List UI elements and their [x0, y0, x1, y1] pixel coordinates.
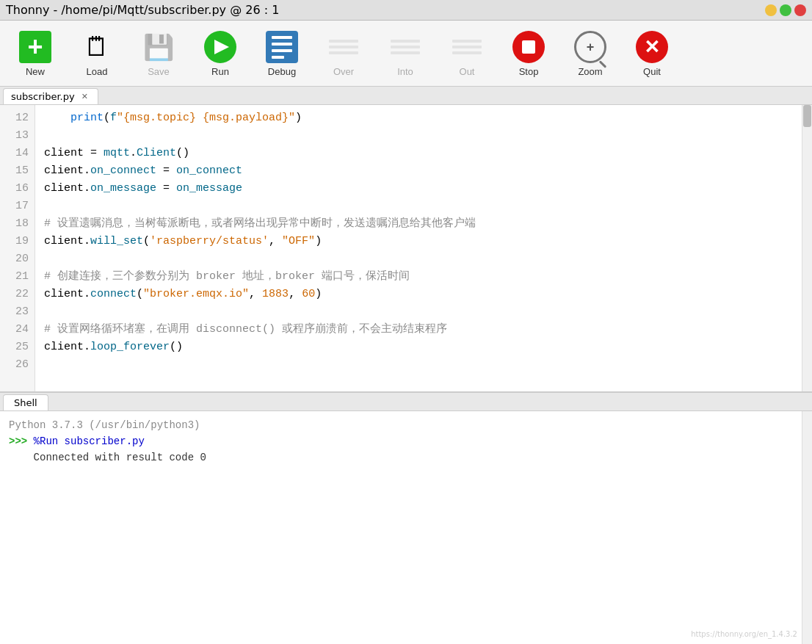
into-button[interactable]: Into: [376, 24, 435, 83]
stop-icon: [511, 29, 546, 65]
code-editor[interactable]: 12 13 14 15 16 17 18 19 20 21 22 23 24 2…: [0, 105, 812, 391]
titlebar: Thonny - /home/pi/Mqtt/subscriber.py @ 2…: [0, 0, 812, 21]
close-button[interactable]: [794, 4, 806, 16]
new-button[interactable]: New: [6, 24, 65, 83]
shell-area: Shell Python 3.7.3 (/usr/bin/python3) >>…: [0, 393, 812, 644]
titlebar-controls: [765, 4, 806, 16]
line-numbers: 12 13 14 15 16 17 18 19 20 21 22 23 24 2…: [0, 105, 35, 391]
shell-watermark: https://thonny.org/en_1.4.3.2: [691, 630, 797, 638]
shell-version: Python 3.7.3 (/usr/bin/python3): [9, 419, 200, 431]
shell-prompt: >>>: [9, 435, 34, 447]
shell-output: Connected with result code 0: [9, 452, 206, 463]
shell-tab-label: Shell: [14, 397, 37, 408]
load-icon: 🗒: [79, 29, 115, 65]
shell-content: Python 3.7.3 (/usr/bin/python3) >>> %Run…: [0, 411, 812, 644]
zoom-icon: +: [573, 29, 608, 65]
titlebar-title: Thonny - /home/pi/Mqtt/subscriber.py @ 2…: [6, 3, 279, 17]
run-button[interactable]: Run: [191, 24, 250, 83]
scrollbar-thumb[interactable]: [803, 105, 811, 127]
run-label: Run: [211, 66, 229, 77]
quit-icon: ✕: [634, 29, 670, 65]
run-icon: [203, 29, 238, 65]
toolbar: New 🗒 Load 💾 Save Run Debug: [0, 21, 812, 87]
load-button[interactable]: 🗒 Load: [68, 24, 126, 83]
save-icon: 💾: [141, 29, 176, 65]
shell-command: %Run subscriber.py: [34, 435, 145, 447]
save-button[interactable]: 💾 Save: [129, 24, 188, 83]
quit-button[interactable]: ✕ Quit: [623, 24, 681, 83]
tab-bar: subscriber.py ✕: [0, 87, 812, 105]
over-icon: [326, 29, 361, 65]
out-label: Out: [460, 66, 475, 77]
out-icon: [449, 29, 485, 65]
into-label: Into: [397, 66, 413, 77]
debug-icon: [264, 29, 300, 65]
into-icon: [388, 29, 423, 65]
editor-tab[interactable]: subscriber.py ✕: [3, 88, 98, 104]
new-icon: [18, 29, 53, 65]
shell-text[interactable]: Python 3.7.3 (/usr/bin/python3) >>> %Run…: [0, 411, 802, 644]
tab-close-button[interactable]: ✕: [79, 91, 90, 102]
shell-scrollbar[interactable]: [802, 411, 812, 644]
editor-area: subscriber.py ✕ 12 13 14 15 16 17 18 19 …: [0, 87, 812, 393]
quit-label: Quit: [643, 66, 661, 77]
load-label: Load: [87, 66, 108, 77]
shell-tab[interactable]: Shell: [3, 394, 48, 410]
debug-label: Debug: [268, 66, 296, 77]
zoom-button[interactable]: + Zoom: [561, 24, 620, 83]
zoom-label: Zoom: [578, 66, 602, 77]
stop-button[interactable]: Stop: [499, 24, 558, 83]
editor-scrollbar[interactable]: [802, 105, 812, 391]
debug-button[interactable]: Debug: [253, 24, 311, 83]
save-label: Save: [148, 66, 170, 77]
over-button[interactable]: Over: [314, 24, 373, 83]
stop-label: Stop: [519, 66, 539, 77]
shell-tab-bar: Shell: [0, 393, 812, 411]
over-label: Over: [333, 66, 354, 77]
maximize-button[interactable]: [780, 4, 791, 16]
new-label: New: [26, 66, 45, 77]
out-button[interactable]: Out: [438, 24, 496, 83]
tab-filename: subscriber.py: [11, 91, 75, 102]
minimize-button[interactable]: [765, 4, 777, 16]
code-content[interactable]: print(f"{msg.topic} {msg.payload}") clie…: [35, 105, 802, 391]
